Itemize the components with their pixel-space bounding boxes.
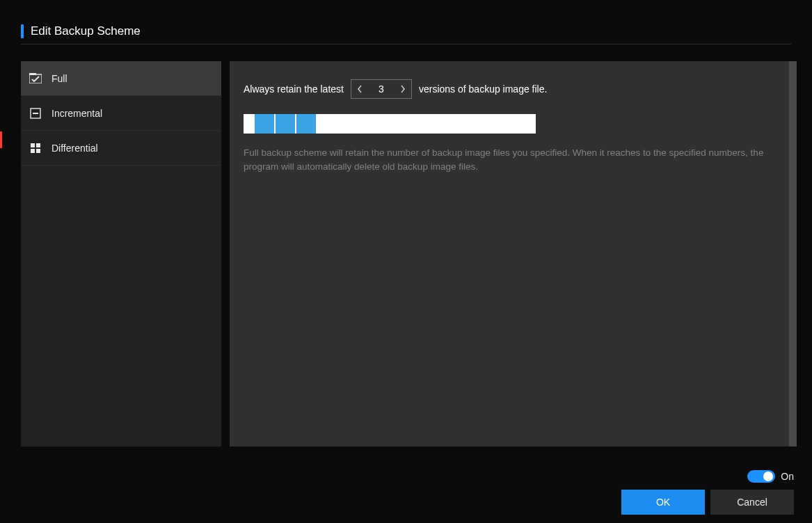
- stepper-value[interactable]: 3: [368, 83, 395, 95]
- left-edge-indicator: [0, 131, 2, 148]
- sidebar-item-full[interactable]: Full: [21, 61, 221, 96]
- scheme-toggle[interactable]: [747, 470, 775, 483]
- stepper-increment[interactable]: [395, 80, 411, 98]
- title-inner: Edit Backup Scheme: [21, 24, 791, 45]
- stepper-decrement[interactable]: [351, 80, 368, 98]
- page-title: Edit Backup Scheme: [31, 24, 141, 38]
- sidebar-item-differential[interactable]: Differential: [21, 131, 221, 166]
- differential-icon: [29, 142, 42, 154]
- retain-row: Always retain the latest 3: [244, 79, 797, 99]
- button-row: OK Cancel: [621, 490, 794, 515]
- svg-rect-5: [36, 143, 40, 147]
- versions-stepper: 3: [351, 79, 412, 99]
- full-icon: [29, 72, 42, 85]
- svg-rect-3: [33, 113, 38, 114]
- content-wrap: Always retain the latest 3: [230, 61, 797, 446]
- chevron-right-icon: [400, 85, 406, 93]
- scheme-description: Full backup scheme will retain the numbe…: [244, 146, 786, 175]
- version-blocks-bar: [244, 114, 536, 134]
- scheme-toggle-row: On: [747, 470, 794, 483]
- sidebar-item-incremental[interactable]: Incremental: [21, 96, 221, 131]
- scrollbar[interactable]: [789, 61, 797, 446]
- scrollbar-thumb[interactable]: [789, 61, 797, 446]
- toggle-knob: [763, 472, 773, 481]
- incremental-icon: [29, 107, 42, 120]
- svg-rect-1: [29, 73, 36, 75]
- svg-rect-7: [36, 149, 40, 153]
- retain-suffix: versions of backup image file.: [419, 83, 547, 95]
- dialog-window: Edit Backup Scheme Full: [0, 0, 812, 523]
- cancel-button[interactable]: Cancel: [710, 490, 794, 515]
- body-area: Full Incremental: [21, 61, 797, 446]
- sidebar-item-label: Differential: [51, 143, 98, 154]
- block-gap: [244, 114, 255, 134]
- svg-rect-0: [29, 74, 42, 83]
- version-block: [296, 114, 316, 134]
- sidebar: Full Incremental: [21, 61, 221, 446]
- sidebar-item-label: Incremental: [51, 108, 102, 119]
- svg-rect-6: [31, 149, 35, 153]
- version-block: [276, 114, 295, 134]
- chevron-left-icon: [357, 85, 363, 93]
- content-panel: Always retain the latest 3: [230, 61, 797, 446]
- title-accent-bar: [21, 24, 24, 38]
- svg-rect-4: [31, 143, 35, 147]
- sidebar-item-label: Full: [51, 73, 67, 84]
- toggle-state-label: On: [781, 471, 794, 482]
- ok-button[interactable]: OK: [621, 490, 705, 515]
- retain-prefix: Always retain the latest: [244, 83, 344, 95]
- title-bar: Edit Backup Scheme: [0, 0, 812, 51]
- footer: On OK Cancel: [621, 470, 794, 515]
- version-block: [255, 114, 274, 134]
